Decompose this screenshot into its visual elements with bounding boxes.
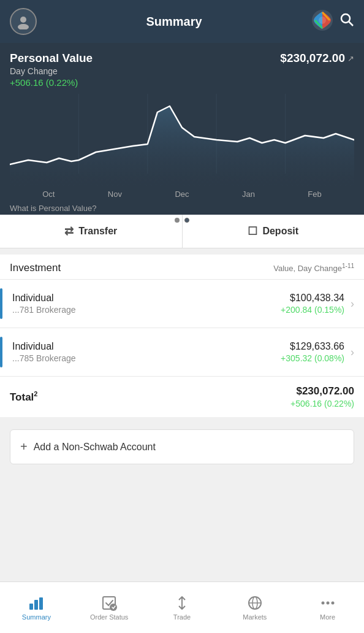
nav-more-label: More	[320, 613, 335, 621]
account-right-2: $129,633.66 +305.32 (0.08%) ›	[281, 341, 354, 363]
nav-summary[interactable]: Summary	[0, 590, 73, 626]
chart-section: Personal Value Day Change +506.16 (0.22%…	[0, 43, 364, 215]
more-icon	[320, 595, 336, 611]
svg-point-20	[326, 601, 329, 604]
bottom-nav: Summary Order Status Trade Markets	[0, 581, 364, 633]
transfer-label: Transfer	[78, 226, 117, 237]
total-label: Total2	[10, 390, 37, 404]
svg-rect-12	[39, 597, 43, 610]
account-info-2: Individual ...785 Brokerage	[12, 337, 76, 367]
chart-label-jan: Jan	[242, 190, 255, 199]
investment-label: Investment	[10, 262, 61, 274]
chart-label-oct: Oct	[42, 190, 55, 199]
order-status-icon	[101, 595, 117, 611]
dot-2	[184, 218, 189, 223]
account-name-2: Individual	[12, 341, 76, 352]
app-header: Summary	[0, 0, 364, 43]
personal-value-amount: $230,072.00	[280, 52, 345, 65]
add-account-button[interactable]: + Add a Non-Schwab Account	[10, 429, 354, 464]
account-left-1: Individual ...781 Brokerage	[0, 288, 76, 319]
nav-summary-label: Summary	[22, 613, 51, 621]
account-change-1: +200.84 (0.15%)	[281, 305, 344, 315]
transfer-icon: ⇄	[64, 224, 74, 238]
account-bar-2	[0, 337, 2, 367]
account-value-2: $129,633.66	[281, 341, 344, 352]
account-row-1[interactable]: Individual ...781 Brokerage $100,438.34 …	[0, 279, 364, 328]
chart-label-nov: Nov	[108, 190, 122, 199]
account-bar-1	[0, 288, 2, 319]
schwab-logo-icon[interactable]	[311, 9, 333, 34]
account-left-2: Individual ...785 Brokerage	[0, 337, 76, 367]
investment-header: Investment Value, Day Change1-11	[0, 255, 364, 279]
account-row-2[interactable]: Individual ...785 Brokerage $129,633.66 …	[0, 328, 364, 376]
personal-value-link[interactable]: What is Personal Value?	[10, 204, 354, 213]
day-change-value: +506.16 (0.22%)	[10, 77, 93, 88]
nav-more[interactable]: More	[291, 590, 364, 626]
add-icon: +	[20, 440, 28, 454]
nav-order-status[interactable]: Order Status	[73, 590, 146, 626]
svg-rect-10	[29, 604, 33, 610]
account-values-2: $129,633.66 +305.32 (0.08%)	[281, 341, 344, 363]
add-account-label: Add a Non-Schwab Account	[34, 442, 156, 453]
dot-1	[175, 218, 180, 223]
chart-label-feb: Feb	[308, 190, 321, 199]
total-row: Total2 $230,072.00 +506.16 (0.22%)	[0, 376, 364, 417]
svg-point-19	[321, 601, 324, 604]
account-change-2: +305.32 (0.08%)	[281, 353, 344, 363]
header-actions	[311, 9, 354, 34]
nav-markets-label: Markets	[243, 613, 267, 621]
total-value: $230,072.00	[290, 385, 354, 397]
account-name-1: Individual	[12, 293, 76, 304]
investment-col-header: Value, Day Change1-11	[273, 263, 354, 273]
account-value-1: $100,438.34	[281, 293, 344, 304]
expand-icon[interactable]: ↗	[347, 54, 354, 63]
nav-order-status-label: Order Status	[90, 613, 128, 621]
svg-point-21	[331, 601, 334, 604]
price-chart	[10, 94, 354, 186]
trade-icon	[174, 595, 190, 611]
total-values: $230,072.00 +506.16 (0.22%)	[290, 385, 354, 409]
search-button[interactable]	[339, 12, 354, 31]
svg-line-5	[349, 22, 354, 26]
nav-trade-label: Trade	[173, 613, 191, 621]
svg-point-4	[341, 14, 350, 23]
account-sub-2: ...785 Brokerage	[12, 353, 76, 363]
account-sub-1: ...781 Brokerage	[12, 305, 76, 315]
chart-label-dec: Dec	[175, 190, 189, 199]
personal-value-label: Personal Value	[10, 52, 93, 65]
account-right-1: $100,438.34 +200.84 (0.15%) ›	[281, 293, 354, 315]
investment-section: Investment Value, Day Change1-11 Individ…	[0, 255, 364, 417]
nav-markets[interactable]: Markets	[218, 590, 291, 626]
svg-point-14	[110, 604, 117, 611]
chart-x-labels: Oct Nov Dec Jan Feb	[10, 190, 354, 199]
svg-point-0	[20, 17, 26, 23]
nav-trade[interactable]: Trade	[146, 590, 219, 626]
page-indicator	[10, 218, 354, 223]
deposit-label: Deposit	[262, 226, 298, 237]
avatar-button[interactable]	[10, 8, 37, 35]
chevron-icon-2: ›	[351, 346, 354, 359]
account-info-1: Individual ...781 Brokerage	[12, 288, 76, 319]
summary-icon	[28, 595, 44, 611]
markets-icon	[247, 595, 263, 611]
svg-rect-11	[34, 600, 38, 610]
total-change: +506.16 (0.22%)	[290, 399, 354, 409]
svg-point-3	[319, 17, 326, 24]
deposit-icon: ☐	[248, 224, 257, 238]
chevron-icon-1: ›	[351, 297, 354, 310]
svg-point-1	[18, 24, 29, 29]
day-change-label: Day Change	[10, 66, 93, 76]
account-values-1: $100,438.34 +200.84 (0.15%)	[281, 293, 344, 315]
header-title: Summary	[146, 15, 202, 29]
